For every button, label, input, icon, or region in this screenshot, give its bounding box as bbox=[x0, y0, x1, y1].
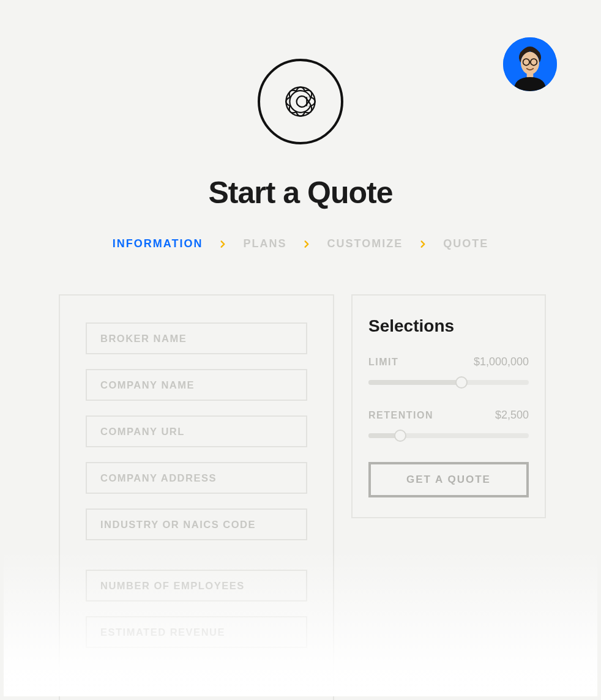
estimated-revenue-field[interactable] bbox=[86, 616, 307, 648]
step-information[interactable]: INFORMATION bbox=[113, 237, 203, 250]
estimated-revenue-input[interactable] bbox=[100, 627, 293, 638]
broker-name-input[interactable] bbox=[100, 333, 293, 344]
step-plans[interactable]: PLANS bbox=[243, 237, 286, 250]
page-title: Start a Quote bbox=[4, 175, 597, 210]
step-quote[interactable]: QUOTE bbox=[443, 237, 488, 250]
industry-code-input[interactable] bbox=[100, 519, 293, 531]
chevron-right-icon bbox=[218, 240, 227, 248]
step-customize[interactable]: CUSTOMIZE bbox=[327, 237, 403, 250]
num-employees-input[interactable] bbox=[100, 580, 293, 592]
limit-value: $1,000,000 bbox=[474, 356, 529, 368]
chevron-right-icon bbox=[419, 240, 427, 248]
company-name-input[interactable] bbox=[100, 379, 293, 391]
broker-name-field[interactable] bbox=[86, 322, 307, 354]
limit-slider[interactable] bbox=[368, 377, 529, 388]
company-url-field[interactable] bbox=[86, 415, 307, 447]
selections-card: Selections LIMIT $1,000,000 RETENTION $2… bbox=[351, 294, 546, 518]
chevron-right-icon bbox=[302, 240, 311, 248]
company-logo-icon bbox=[258, 59, 343, 144]
limit-label: LIMIT bbox=[368, 357, 398, 368]
company-url-input[interactable] bbox=[100, 426, 293, 438]
stepper: INFORMATIONPLANSCUSTOMIZEQUOTE bbox=[4, 237, 597, 250]
num-employees-field[interactable] bbox=[86, 570, 307, 601]
retention-value: $2,500 bbox=[495, 409, 529, 422]
company-address-field[interactable] bbox=[86, 462, 307, 494]
get-quote-button[interactable]: GET A QUOTE bbox=[368, 462, 529, 497]
retention-slider[interactable] bbox=[368, 430, 529, 441]
retention-label: RETENTION bbox=[368, 410, 433, 421]
selections-title: Selections bbox=[368, 316, 529, 336]
company-name-field[interactable] bbox=[86, 369, 307, 401]
information-form-card bbox=[59, 294, 334, 700]
industry-code-field[interactable] bbox=[86, 508, 307, 540]
company-address-input[interactable] bbox=[100, 472, 293, 484]
